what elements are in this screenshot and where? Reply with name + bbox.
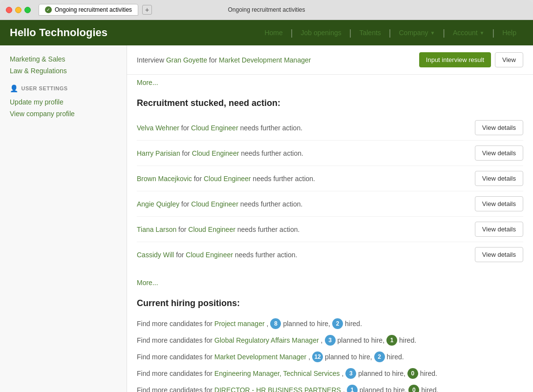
nav-company[interactable]: Company ▼ [392, 21, 442, 44]
stucked-text-2: Brown Macejkovic for Cloud Engineer need… [137, 175, 315, 183]
sidebar: Marketing & Sales Law & Regulations 👤 US… [0, 45, 127, 392]
position-link-0[interactable]: Project manager [214, 320, 265, 328]
stucked-item-0: Velva Wehner for Cloud Engineer needs fu… [137, 115, 523, 141]
main-content: Interview Gran Goyette for Market Develo… [127, 45, 533, 392]
nav-help[interactable]: Help [495, 21, 523, 44]
interview-row: Interview Gran Goyette for Market Develo… [127, 45, 533, 75]
input-interview-result-button[interactable]: Input interview result [419, 52, 491, 67]
position-link-1[interactable]: Global Regulatory Affairs Manager [214, 336, 319, 344]
view-details-button-5[interactable]: View details [475, 247, 523, 262]
sidebar-link-company-profile[interactable]: View company profile [10, 108, 117, 120]
app-container: Marketing & Sales Law & Regulations 👤 US… [0, 45, 533, 392]
stucked-text-5: Cassidy Will for Cloud Engineer needs fu… [137, 251, 297, 259]
stucked-person-4[interactable]: Tiana Larson [137, 226, 176, 233]
planned-badge-3: 3 [345, 368, 356, 379]
view-details-button-0[interactable]: View details [475, 120, 523, 135]
stucked-text-0: Velva Wehner for Cloud Engineer needs fu… [137, 124, 302, 132]
hired-badge-1: 1 [386, 335, 397, 346]
stucked-section: Recruitment stucked, need action: Velva … [127, 90, 533, 275]
interview-text: Interview Gran Goyette for Market Develo… [137, 56, 311, 64]
hired-label-4: hired. [421, 386, 438, 392]
stucked-item-1: Harry Parisian for Cloud Engineer needs … [137, 141, 523, 166]
sidebar-link-marketing[interactable]: Marketing & Sales [10, 53, 117, 65]
minimize-button[interactable] [15, 7, 21, 13]
stucked-item-2: Brown Macejkovic for Cloud Engineer need… [137, 166, 523, 191]
stucked-position-5[interactable]: Cloud Engineer [186, 251, 233, 259]
position-link-2[interactable]: Market Development Manager [214, 353, 306, 361]
close-button[interactable] [6, 7, 12, 13]
view-details-button-1[interactable]: View details [475, 145, 523, 161]
stucked-person-5[interactable]: Cassidy Will [137, 251, 174, 259]
stucked-position-0[interactable]: Cloud Engineer [191, 124, 238, 132]
more-link-2[interactable]: More... [127, 275, 533, 290]
nav-job-openings[interactable]: Job openings [294, 21, 348, 44]
position-item-0: Find more candidates for Project manager… [137, 315, 523, 332]
position-item-2: Find more candidates for Market Developm… [137, 349, 523, 365]
nav-divider-4: | [442, 28, 446, 38]
stucked-text-4: Tiana Larson for Cloud Engineer needs fu… [137, 226, 299, 233]
planned-badge-1: 3 [325, 335, 336, 346]
sidebar-link-law[interactable]: Law & Regulations [10, 65, 117, 77]
more-link-1[interactable]: More... [127, 75, 533, 90]
account-arrow: ▼ [480, 30, 485, 36]
tab-label: Ongoing recruitment activities [55, 6, 132, 13]
planned-label-3: planned to hire, [358, 370, 405, 377]
stucked-person-1[interactable]: Harry Parisian [137, 149, 180, 157]
stucked-position-1[interactable]: Cloud Engineer [192, 149, 239, 157]
window-title: Ongoing recruitment activities [228, 6, 305, 13]
nav-divider-2: | [348, 28, 353, 38]
planned-label-0: planned to hire, [283, 320, 330, 328]
planned-label-2: planned to hire, [325, 353, 372, 361]
tab-favicon [45, 6, 52, 13]
hired-label-3: hired. [420, 370, 437, 377]
view-details-button-3[interactable]: View details [475, 196, 523, 211]
nav-divider-5: | [491, 28, 496, 38]
stucked-text-1: Harry Parisian for Cloud Engineer needs … [137, 149, 303, 157]
position-item-4: Find more candidates for DIRECTOR - HR B… [137, 382, 523, 392]
nav-home[interactable]: Home [257, 21, 289, 44]
stucked-position-2[interactable]: Cloud Engineer [204, 175, 251, 183]
hired-label-0: hired. [345, 320, 362, 328]
position-item-3: Find more candidates for Engineering Man… [137, 365, 523, 382]
traffic-lights [6, 7, 31, 13]
stucked-item-4: Tiana Larson for Cloud Engineer needs fu… [137, 217, 523, 242]
planned-label-4: planned to hire, [360, 386, 407, 392]
view-details-button-4[interactable]: View details [475, 222, 523, 237]
brand-logo[interactable]: Hello Technologies [10, 26, 107, 39]
hired-badge-0: 2 [332, 318, 343, 329]
stucked-text-3: Angie Quigley for Cloud Engineer needs f… [137, 200, 302, 208]
stucked-item-3: Angie Quigley for Cloud Engineer needs f… [137, 191, 523, 217]
nav-divider-3: | [388, 28, 392, 38]
maximize-button[interactable] [24, 7, 31, 13]
active-tab[interactable]: Ongoing recruitment activities [39, 4, 138, 16]
nav-account[interactable]: Account ▼ [446, 21, 491, 44]
position-link-4[interactable]: DIRECTOR - HR BUSINESS PARTNERS [214, 386, 341, 392]
planned-label-1: planned to hire, [338, 336, 385, 344]
stucked-person-2[interactable]: Brown Macejkovic [137, 175, 192, 183]
interview-position-link[interactable]: Market Development Manager [219, 56, 311, 64]
hiring-section-title: Current hiring positions: [137, 298, 523, 309]
view-interview-button[interactable]: View [495, 52, 523, 67]
stucked-section-title: Recruitment stucked, need action: [137, 98, 523, 108]
view-details-button-2[interactable]: View details [475, 171, 523, 186]
interview-buttons: Input interview result View [419, 52, 523, 67]
position-link-3[interactable]: Engineering Manager, Technical Services [214, 370, 340, 377]
stucked-item-5: Cassidy Will for Cloud Engineer needs fu… [137, 242, 523, 267]
stucked-person-0[interactable]: Velva Wehner [137, 124, 179, 132]
stucked-position-4[interactable]: Cloud Engineer [188, 226, 235, 233]
nav-talents[interactable]: Talents [352, 21, 387, 44]
planned-badge-2: 12 [312, 351, 323, 362]
user-icon: 👤 [10, 84, 19, 92]
hired-badge-3: 0 [407, 368, 418, 379]
interview-person-link[interactable]: Gran Goyette [166, 56, 207, 64]
new-tab-button[interactable]: + [142, 5, 152, 15]
planned-badge-0: 8 [270, 318, 281, 329]
nav-links: Home | Job openings | Talents | Company … [257, 21, 523, 44]
hired-badge-2: 2 [374, 351, 385, 362]
position-item-1: Find more candidates for Global Regulato… [137, 332, 523, 349]
sidebar-link-update-profile[interactable]: Update my profile [10, 96, 117, 108]
hired-label-1: hired. [399, 336, 416, 344]
planned-badge-4: 1 [347, 385, 358, 392]
stucked-position-3[interactable]: Cloud Engineer [191, 200, 238, 208]
stucked-person-3[interactable]: Angie Quigley [137, 200, 179, 208]
